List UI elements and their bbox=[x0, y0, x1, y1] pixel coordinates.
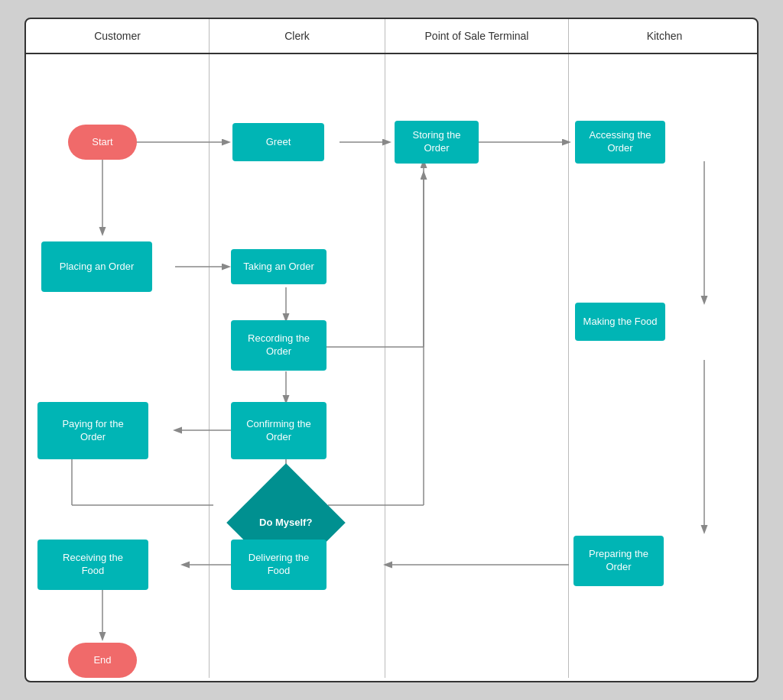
node-greet: Greet bbox=[232, 123, 324, 161]
node-making: Making the Food bbox=[575, 303, 665, 341]
header-kitchen: Kitchen bbox=[569, 19, 759, 53]
do-myself-label: Do Myself? bbox=[248, 517, 324, 530]
node-taking: Taking an Order bbox=[231, 249, 327, 284]
node-confirming: Confirming the Order bbox=[231, 402, 327, 459]
header-clerk: Clerk bbox=[210, 19, 385, 53]
main-area: Start Greet Storing the Order Accessing … bbox=[26, 54, 757, 678]
node-start: Start bbox=[68, 125, 137, 160]
header-row: Customer Clerk Point of Sale Terminal Ki… bbox=[26, 19, 757, 54]
node-recording: Recording the Order bbox=[231, 320, 327, 371]
node-paying: Paying for the Order bbox=[37, 402, 148, 459]
header-customer: Customer bbox=[26, 19, 210, 53]
node-placing: Placing an Order bbox=[41, 241, 152, 292]
node-receiving: Receiving the Food bbox=[37, 540, 148, 590]
node-delivering: Delivering the Food bbox=[231, 540, 327, 590]
diagram-wrapper: Customer Clerk Point of Sale Terminal Ki… bbox=[24, 18, 759, 682]
node-storing: Storing the Order bbox=[395, 121, 479, 164]
header-pos: Point of Sale Terminal bbox=[385, 19, 569, 53]
node-end: End bbox=[68, 643, 137, 678]
node-accessing: Accessing the Order bbox=[575, 121, 665, 164]
node-preparing: Preparing the Order bbox=[573, 536, 664, 586]
